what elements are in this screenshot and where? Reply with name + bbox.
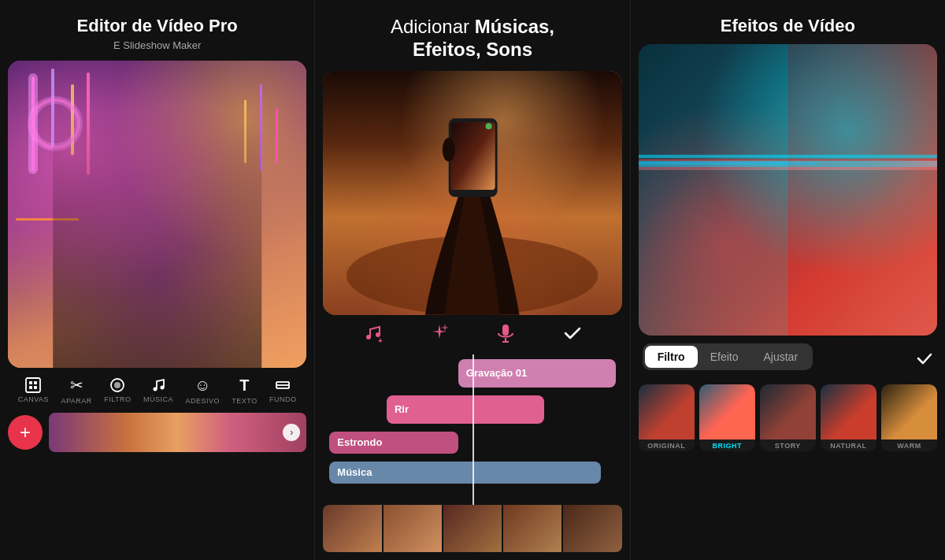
- svg-rect-11: [26, 378, 40, 392]
- filter-natural[interactable]: NATURAL: [821, 384, 876, 451]
- filmstrip-thumb-1: [323, 505, 381, 552]
- toolbar-sticker-label: ADESIVO: [185, 397, 220, 405]
- svg-rect-14: [29, 386, 32, 389]
- filmstrip-thumb-3: [443, 505, 502, 552]
- svg-point-19: [160, 386, 164, 390]
- panel1-subtitle: E Slideshow Maker: [113, 39, 201, 51]
- filter-tab-row: Filtro Efeito Ajustar: [639, 343, 937, 378]
- filter-original[interactable]: ORIGINAL: [639, 384, 695, 451]
- svg-point-30: [443, 138, 455, 161]
- panel2-title-regular: Adicionar Músicas,: [391, 16, 554, 37]
- tab-efeito[interactable]: Efeito: [698, 346, 751, 368]
- toolbar-music[interactable]: MÚSICA: [143, 377, 173, 403]
- svg-point-31: [366, 335, 371, 339]
- panel-audio: Adicionar Músicas, Efeitos, Sons: [315, 0, 630, 560]
- filter-story-img: [760, 384, 816, 439]
- filter-icon: [109, 377, 125, 393]
- timeline: Gravação 01 Rir Estrondo Música: [323, 354, 621, 505]
- panel-editor: Editor de Vídeo Pro E Slideshow Maker: [0, 0, 315, 560]
- panel2-photo: [323, 71, 621, 315]
- hand-phone-svg: [323, 71, 621, 315]
- svg-rect-37: [639, 44, 788, 336]
- confirm-check-icon: [916, 350, 933, 367]
- track-recording[interactable]: Gravação 01: [458, 359, 616, 388]
- filter-bright[interactable]: BrIGhT: [699, 384, 755, 451]
- sparkle-icon: [429, 323, 450, 343]
- toolbar-filter[interactable]: FILTRO: [104, 377, 131, 403]
- filter-original-img: [639, 384, 695, 439]
- panel1-title: Editor de Vídeo Pro: [77, 16, 238, 36]
- svg-point-17: [114, 382, 120, 388]
- svg-rect-41: [639, 162, 818, 165]
- playback-controls: +: [323, 315, 621, 354]
- tab-ajustar[interactable]: Ajustar: [750, 346, 810, 368]
- filter-bright-name: BrIGhT: [699, 439, 755, 451]
- filter-strip: ORIGINAL BrIGhT Story NATURAL WARM: [639, 384, 937, 451]
- check-icon: [562, 323, 583, 343]
- track-estrondo-label: Estrondo: [337, 436, 382, 448]
- track-rir-label: Rir: [395, 403, 409, 415]
- toolbar: CANVAS ✂ APARAR FILTRO MÚSICA ☺ ADESIVO: [8, 368, 306, 408]
- music-add-button[interactable]: +: [362, 323, 383, 347]
- toolbar-canvas[interactable]: CANVAS: [18, 377, 49, 403]
- add-button[interactable]: +: [8, 415, 43, 450]
- filter-story-name: Story: [760, 439, 816, 451]
- panel3-title: Efeitos de Vídeo: [721, 16, 855, 36]
- filter-natural-name: NATURAL: [821, 439, 876, 451]
- filmstrip-next-arrow[interactable]: ›: [283, 424, 300, 441]
- toolbar-canvas-label: CANVAS: [18, 395, 49, 403]
- filmstrip-thumb-5: [563, 505, 621, 552]
- track-estrondo[interactable]: Estrondo: [329, 432, 458, 454]
- svg-text:+: +: [378, 336, 383, 343]
- filter-warm-img: [881, 384, 937, 439]
- panel-effects: Efeitos de Vídeo Filtro Efeito Ajust: [631, 0, 945, 560]
- filter-warm[interactable]: WARM: [881, 384, 937, 451]
- track-musica[interactable]: Música: [329, 462, 601, 484]
- toolbar-text[interactable]: T TEXTO: [232, 376, 257, 405]
- svg-rect-40: [639, 160, 937, 161]
- toolbar-background[interactable]: FUNDO: [269, 377, 297, 403]
- filmstrip-thumb-2: [384, 505, 442, 552]
- sticker-icon: ☺: [195, 376, 210, 395]
- track-musica-label: Música: [337, 466, 372, 478]
- glitch-effect: [639, 44, 937, 336]
- effects-confirm-button[interactable]: [916, 350, 933, 372]
- music-add-icon: +: [362, 323, 383, 343]
- toolbar-filter-label: FILTRO: [104, 395, 131, 403]
- person-silhouette: [53, 107, 262, 369]
- toolbar-sticker[interactable]: ☺ ADESIVO: [185, 376, 220, 405]
- bottom-bar: + ›: [8, 413, 306, 452]
- filter-warm-name: WARM: [881, 439, 937, 451]
- panel3-main-image: [639, 44, 937, 336]
- tab-filtro[interactable]: Filtro: [645, 346, 698, 368]
- filter-original-name: ORIGINAL: [639, 439, 695, 451]
- filmstrip[interactable]: ›: [49, 413, 306, 452]
- panel2-title: Adicionar Músicas, Efeitos, Sons: [391, 16, 554, 61]
- toolbar-text-label: TEXTO: [232, 397, 257, 405]
- toolbar-music-label: MÚSICA: [143, 395, 173, 403]
- svg-rect-39: [639, 155, 937, 158]
- svg-rect-10: [276, 108, 278, 163]
- filter-tabs: Filtro Efeito Ajustar: [643, 343, 813, 370]
- toolbar-trim[interactable]: ✂ APARAR: [61, 376, 91, 405]
- effects-button[interactable]: [429, 323, 450, 347]
- filter-story[interactable]: Story: [760, 384, 816, 451]
- panel2-filmstrip: [323, 505, 621, 552]
- filmstrip-thumb: [49, 413, 306, 452]
- microphone-icon: [495, 323, 516, 343]
- svg-rect-12: [29, 381, 32, 384]
- track-rir[interactable]: Rir: [387, 395, 544, 424]
- panel2-main-image: [323, 71, 621, 315]
- text-icon: T: [239, 376, 249, 395]
- confirm-button[interactable]: [562, 323, 583, 347]
- svg-rect-34: [502, 325, 509, 336]
- mic-button[interactable]: [495, 323, 516, 347]
- track-recording-label: Gravação 01: [466, 367, 527, 379]
- svg-rect-38: [788, 44, 937, 336]
- toolbar-trim-label: APARAR: [61, 397, 91, 405]
- svg-rect-15: [34, 386, 37, 389]
- playhead: [472, 354, 474, 505]
- filter-bright-img: [699, 384, 755, 439]
- panel1-main-image: [8, 61, 306, 368]
- filmstrip-thumb-4: [503, 505, 561, 552]
